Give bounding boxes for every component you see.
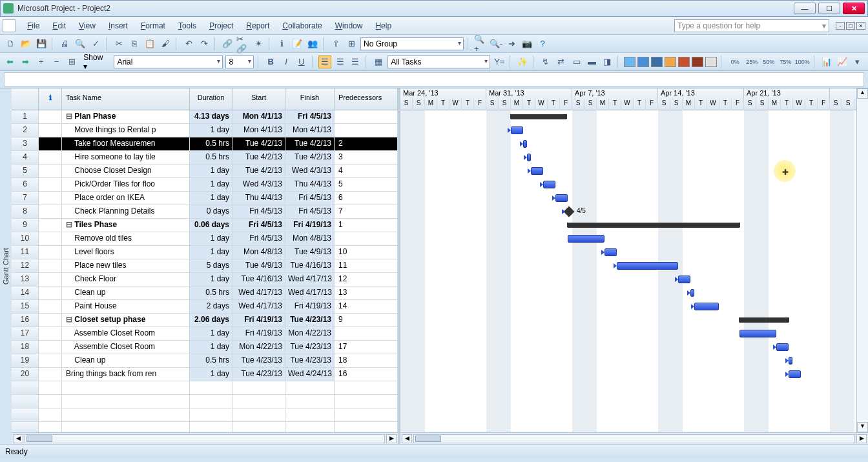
info-header[interactable]: ℹ bbox=[39, 88, 62, 110]
table-row[interactable]: 17 Assemble Closet Room1 dayFri 4/19/13M… bbox=[12, 327, 398, 341]
start-header[interactable]: Start bbox=[232, 88, 285, 110]
help-search[interactable]: Type a question for help▾ bbox=[674, 19, 829, 32]
mdi-close-button[interactable]: × bbox=[856, 22, 865, 30]
table-hscroll[interactable]: ◀ ▶ bbox=[12, 432, 398, 444]
finish-header[interactable]: Finish bbox=[285, 88, 335, 110]
scroll-down-icon[interactable]: ▼ bbox=[857, 422, 868, 432]
pct-100%[interactable]: 100% bbox=[794, 55, 810, 68]
table-row-empty[interactable] bbox=[12, 422, 398, 432]
menu-insert[interactable]: Insert bbox=[102, 19, 134, 32]
chart-icon[interactable]: 📊 bbox=[820, 55, 833, 68]
table-row[interactable]: 20Bring things back from ren1 dayTue 4/2… bbox=[12, 368, 398, 381]
help-icon[interactable]: ? bbox=[536, 37, 549, 50]
bold-icon[interactable]: B bbox=[264, 55, 277, 68]
table-row[interactable]: 18 Assemble Closet Room1 dayMon 4/22/13T… bbox=[12, 341, 398, 354]
gantt-task-bar[interactable] bbox=[555, 194, 568, 202]
menu-format[interactable]: Format bbox=[134, 19, 172, 32]
split-icon[interactable]: ✴ bbox=[252, 37, 265, 50]
gantt-task-bar[interactable] bbox=[776, 343, 789, 351]
autofilter-toggle-icon[interactable]: Y= bbox=[493, 55, 506, 68]
gantt-task-bar[interactable] bbox=[678, 276, 690, 283]
pct-25%[interactable]: 25% bbox=[744, 55, 760, 68]
group-icon[interactable]: ⊞ bbox=[345, 37, 358, 50]
view-bar-label[interactable]: Gantt Chart bbox=[0, 88, 12, 444]
table-row[interactable]: 16⊟ Closet setup phase2.06 daysFri 4/19/… bbox=[12, 314, 398, 327]
font-combo[interactable]: Arial bbox=[114, 55, 223, 68]
group-combo[interactable]: No Group bbox=[360, 37, 464, 50]
table-row[interactable]: 2 Move things to Rental p1 dayMon 4/1/13… bbox=[12, 124, 398, 137]
gantt-task-bar[interactable] bbox=[690, 289, 694, 297]
toolbar-options-icon[interactable]: ▾ bbox=[851, 55, 864, 68]
menu-report[interactable]: Report bbox=[240, 19, 276, 32]
wizard-icon[interactable]: ✨ bbox=[516, 55, 529, 68]
scroll-right-icon[interactable]: ▶ bbox=[386, 434, 397, 443]
zoom-in-icon[interactable]: 🔍+ bbox=[474, 37, 487, 50]
table-row[interactable]: 1⊟ Plan Phase4.13 daysMon 4/1/13Fri 4/5/… bbox=[12, 110, 398, 124]
taskname-header[interactable]: Task Name bbox=[62, 88, 190, 110]
gantt-summary-bar[interactable] bbox=[739, 317, 789, 323]
week-header[interactable]: Apr 7, '13 bbox=[572, 88, 658, 99]
table-row[interactable]: 10 Remove old tiles1 dayFri 4/5/13Mon 4/… bbox=[12, 232, 398, 246]
menu-file[interactable]: File bbox=[21, 19, 46, 32]
mdi-minimize-button[interactable]: - bbox=[836, 22, 845, 30]
outdent-arrow-icon[interactable]: ⬅ bbox=[4, 55, 17, 68]
week-header[interactable]: Mar 24, '13 bbox=[400, 88, 486, 99]
document-icon[interactable] bbox=[3, 19, 16, 32]
print-preview-icon[interactable]: 🔍 bbox=[74, 37, 87, 50]
format-painter-icon[interactable]: 🖌 bbox=[159, 37, 172, 50]
gantt-task-bar[interactable] bbox=[739, 330, 776, 337]
gantt-task-bar[interactable] bbox=[543, 181, 555, 188]
table-row[interactable]: 12 Place new tiles5 daysTue 4/9/13Tue 4/… bbox=[12, 259, 398, 273]
chart2-icon[interactable]: 📈 bbox=[836, 55, 849, 68]
scroll-left-icon[interactable]: ◀ bbox=[402, 434, 412, 443]
spell-icon[interactable]: ✓ bbox=[89, 37, 102, 50]
align-left-icon[interactable]: ☰ bbox=[318, 55, 331, 68]
autofilter-icon[interactable]: ▦ bbox=[372, 55, 385, 68]
gantt-task-bar[interactable] bbox=[789, 370, 801, 378]
unlink-icon[interactable]: ✂🔗 bbox=[236, 37, 249, 50]
undo-icon[interactable]: ↶ bbox=[182, 37, 195, 50]
gantt-task-bar[interactable] bbox=[694, 303, 719, 310]
assign-icon[interactable]: 👥 bbox=[306, 37, 319, 50]
copy-picture-icon[interactable]: 📷 bbox=[521, 37, 533, 50]
gantt-hscroll[interactable]: ◀ ▶ bbox=[400, 432, 868, 444]
minimize-button[interactable]: — bbox=[794, 3, 816, 14]
color-button-6[interactable] bbox=[705, 57, 717, 67]
goto-icon[interactable]: ➜ bbox=[505, 37, 518, 50]
menu-view[interactable]: View bbox=[72, 19, 102, 32]
align-center-icon[interactable]: ☰ bbox=[334, 55, 347, 68]
predecessors-header[interactable]: Predecessors bbox=[335, 88, 398, 110]
open-icon[interactable]: 📂 bbox=[19, 37, 32, 50]
week-header[interactable]: Mar 31, '13 bbox=[486, 88, 572, 99]
show-button[interactable]: Show ▾ bbox=[81, 53, 111, 71]
table-row-empty[interactable] bbox=[12, 408, 398, 422]
table-row[interactable]: 19 Clean up0.5 hrsTue 4/23/13Tue 4/23/13… bbox=[12, 354, 398, 368]
zoom-out-icon[interactable]: 🔍- bbox=[490, 37, 502, 50]
notes-icon[interactable]: 📝 bbox=[291, 37, 304, 50]
week-header[interactable]: Apr 21, '13 bbox=[744, 88, 830, 99]
gantt-area[interactable]: ✚ 4/5 bbox=[400, 110, 868, 432]
pct-0%[interactable]: 0% bbox=[727, 55, 743, 68]
color-button-3[interactable] bbox=[665, 57, 676, 67]
table-row[interactable]: 11 Level floors1 dayMon 4/8/13Tue 4/9/13… bbox=[12, 246, 398, 259]
print-icon[interactable]: 🖨 bbox=[58, 37, 71, 50]
scroll-up-icon[interactable]: ▲ bbox=[857, 88, 868, 99]
close-button[interactable]: ✕ bbox=[843, 3, 865, 14]
info-icon[interactable]: ℹ bbox=[275, 37, 288, 50]
color-button-2[interactable] bbox=[651, 57, 663, 67]
table-row[interactable]: 3 Take floor Measuremen0.5 hrsTue 4/2/13… bbox=[12, 137, 398, 151]
gantt-task-bar[interactable] bbox=[604, 248, 617, 256]
color-button-1[interactable] bbox=[637, 57, 649, 67]
gantt-task-bar[interactable] bbox=[531, 167, 543, 175]
gantt-task-bar[interactable] bbox=[511, 126, 523, 134]
align-right-icon[interactable]: ☰ bbox=[349, 55, 362, 68]
mdi-restore-button[interactable]: □ bbox=[846, 22, 855, 30]
underline-icon[interactable]: U bbox=[295, 55, 308, 68]
timescale[interactable]: Mar 24, '13Mar 31, '13Apr 7, '13Apr 14, … bbox=[400, 88, 868, 110]
italic-icon[interactable]: I bbox=[280, 55, 293, 68]
scroll-right-icon[interactable]: ▶ bbox=[856, 434, 867, 443]
gantt-task-bar[interactable] bbox=[527, 154, 531, 161]
pct-75%[interactable]: 75% bbox=[778, 55, 793, 68]
scroll-left-icon[interactable]: ◀ bbox=[13, 434, 23, 443]
table-row[interactable]: 6 Pick/Order Tiles for floo1 dayWed 4/3/… bbox=[12, 178, 398, 192]
